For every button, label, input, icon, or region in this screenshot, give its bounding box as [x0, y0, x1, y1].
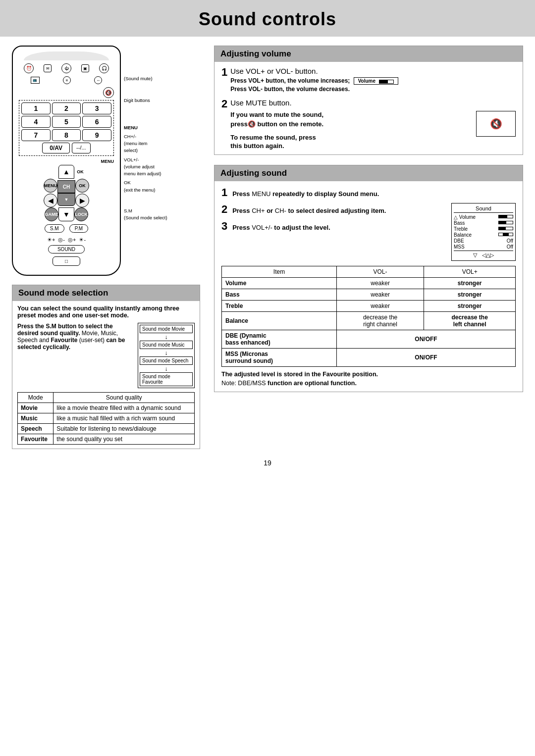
snd-step3-number: 3 — [221, 220, 227, 232]
ok-label-small: OK — [74, 166, 86, 178]
nav-bottom-row: GAME ▼ LOCK — [45, 207, 88, 221]
digit-zero-av[interactable]: 0/AV — [42, 143, 70, 153]
nav-right-col: OK ▶ — [75, 179, 89, 207]
col-vol-plus: VOL+ — [424, 266, 516, 278]
contrast-up[interactable]: ◎+ — [68, 237, 76, 243]
snd-step3-text: Press VOL+/- to adjust the level. — [232, 224, 330, 231]
cascade-item-1: Sound mode Movie — [140, 325, 193, 333]
mode-favourite: Favourite — [18, 434, 54, 445]
vol-minus-balance: decrease theright channel — [336, 312, 424, 330]
cascade-arrow-1: ↓ — [140, 334, 193, 341]
digit-7[interactable]: 7 — [21, 129, 51, 141]
row-balance: Balance decrease theright channel decrea… — [222, 312, 516, 330]
contrast-down[interactable]: ◎- — [58, 237, 65, 243]
vol-right-btn[interactable]: ▶ — [75, 194, 89, 207]
ch-down-btn[interactable]: ▼ — [57, 193, 75, 206]
vol-step2-content: Use MUTE button. If you want to mute the… — [230, 99, 516, 150]
left-column: ⏰ ✉ ⏻ ▣ 🎧 📺 ≡ ↔ 🔇 — [12, 46, 200, 449]
vol-minus-volume: weaker — [336, 278, 424, 289]
snd-menu-balance-label: Balance — [454, 232, 472, 238]
remote-labels: (Sound mute) Digit buttons MENU CH+/-(me… — [124, 75, 167, 221]
sound-btn-row: SOUND — [19, 245, 114, 253]
snd-menu-nav: ▽ ◁△▷ — [454, 251, 513, 258]
digit-6[interactable]: 6 — [82, 116, 111, 128]
adjusting-volume-header: Adjusting volume — [214, 46, 523, 62]
sound-mode-desc: You can select the sound quality instant… — [17, 305, 195, 319]
cascade-item-4: Sound mode Favourite — [140, 372, 193, 386]
vol-step2-text: If you want to mute the sound, press🔇 bu… — [230, 111, 469, 150]
row-volume: Volume weaker stronger — [222, 278, 516, 289]
vol-left-btn[interactable]: ◀ — [44, 194, 57, 207]
remote-sensor — [24, 51, 109, 60]
vol-mute-detail1: If you want to mute the sound, — [230, 111, 469, 118]
mute-icon-box: 🔇 — [476, 111, 516, 137]
sound-menu-box: Sound △ Volume Bass Treble — [451, 203, 516, 261]
ch-col: CH ▼ — [57, 180, 75, 206]
vol-step2-body: If you want to mute the sound, press🔇 bu… — [230, 111, 516, 150]
nav-cross-area: MENU ▲ OK MENU ◀ — [19, 159, 114, 221]
ch-down2-btn[interactable]: ▼ — [58, 207, 74, 221]
sound-mode-header: Sound mode selection — [12, 285, 200, 301]
brightness-up[interactable]: ☀+ — [47, 237, 55, 243]
sound-adj-header-row: Item VOL- VOL+ — [222, 266, 516, 278]
digit-9[interactable]: 9 — [82, 129, 111, 141]
nav-cross: ▲ OK MENU ◀ CH ▼ — [19, 165, 114, 221]
vol-plus-volume: stronger — [424, 278, 516, 289]
ch-btn[interactable]: CH — [57, 180, 75, 193]
snd-step1-number: 1 — [221, 186, 227, 199]
digit-1[interactable]: 1 — [21, 102, 51, 114]
snd-menu-row-dbe: DBE Off — [454, 238, 513, 244]
remote-icon-2: ✉ — [44, 64, 52, 72]
snd-menu-row-treble: Treble — [454, 226, 513, 232]
snd-menu-dbe-label: DBE — [454, 238, 464, 244]
game-btn[interactable]: GAME — [45, 207, 58, 221]
lock-btn[interactable]: LOCK — [74, 207, 88, 221]
nav-left-col: MENU ◀ — [44, 179, 57, 207]
digit-8[interactable]: 8 — [52, 129, 81, 141]
mode-table: Mode Sound quality Movie like a movie th… — [17, 392, 195, 445]
mode-speech: Speech — [18, 424, 54, 434]
page-title: Sound controls — [0, 0, 535, 37]
digit-5[interactable]: 5 — [52, 116, 81, 128]
sound-btn[interactable]: SOUND — [48, 245, 85, 253]
vol-step2: 2 Use MUTE button. If you want to mute t… — [221, 99, 516, 150]
sound-mode-press-row: Press the S.M button to select the desir… — [17, 323, 195, 388]
brightness-down[interactable]: ☀- — [79, 237, 86, 243]
snd-menu-bass-label: Bass — [454, 220, 465, 226]
nav-up-btn[interactable]: ▲ — [58, 165, 74, 179]
mss-onoff: ON/OFF — [336, 349, 515, 367]
row-dbe: DBE (Dynamicbass enhanced) ON/OFF — [222, 330, 516, 349]
sound-mute-btn[interactable]: 🔇 — [103, 87, 114, 98]
sound-mode-cascade: Sound mode Movie ↓ Sound mode Music ↓ So… — [138, 323, 195, 388]
snd-menu-mss-value: Off — [507, 244, 513, 250]
digit-dash-dash[interactable]: --/... — [72, 143, 91, 153]
sound-mute-area: 🔇 — [19, 87, 114, 98]
item-treble: Treble — [222, 301, 337, 312]
pm-btn[interactable]: P.M — [69, 224, 89, 233]
digit-2[interactable]: 2 — [52, 102, 81, 114]
bottom-btn[interactable]: □ — [53, 256, 80, 266]
right-column: Adjusting volume 1 Use VOL+ or VOL- butt… — [214, 46, 523, 392]
sm-btn[interactable]: S.M — [45, 224, 64, 233]
remote-diagram: ⏰ ✉ ⏻ ▣ 🎧 📺 ≡ ↔ 🔇 — [12, 46, 121, 276]
sound-mode-section: Sound mode selection You can select the … — [12, 285, 200, 449]
quality-favourite: the sound quality you set — [54, 434, 195, 445]
sound-menu-title: Sound — [454, 205, 513, 213]
adjusting-sound-body: 1 Press MENU repeatedly to display Sound… — [214, 181, 523, 392]
item-bass: Bass — [222, 289, 337, 301]
menu-btn[interactable]: MENU — [44, 179, 57, 193]
vol-plus-bass: stronger — [424, 289, 516, 301]
digit-4[interactable]: 4 — [21, 116, 51, 128]
remote-icon-6: 📺 — [31, 77, 40, 84]
remote-power-btn[interactable]: ⏻ — [61, 63, 71, 73]
vol-step2-row: 2 Use MUTE button. If you want to mute t… — [221, 99, 516, 150]
vol-plus-balance: decrease theleft channel — [424, 312, 516, 330]
digit-3[interactable]: 3 — [82, 102, 111, 114]
item-dbe: DBE (Dynamicbass enhanced) — [222, 330, 337, 349]
vol-step1: 1 Use VOL+ or VOL- button. Press VOL+ bu… — [221, 67, 516, 93]
snd-step2: 2 Press CH+ or CH- to select desired adj… — [221, 203, 445, 216]
remote-second-row: 📺 ≡ ↔ — [19, 76, 114, 84]
ok-btn[interactable]: OK — [75, 179, 89, 193]
vol-step1-detail1: Press VOL+ button, the volume increases;… — [230, 77, 398, 85]
sm-label-remote: S.M(Sound mode select) — [124, 207, 167, 222]
